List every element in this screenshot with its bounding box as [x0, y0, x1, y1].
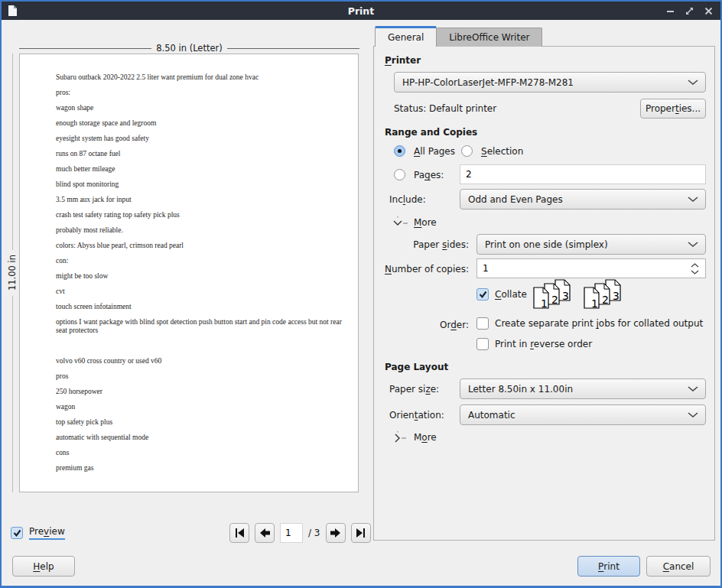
svg-text:3: 3	[613, 290, 620, 302]
previous-page-button[interactable]	[255, 523, 275, 543]
chevron-down-icon	[688, 242, 698, 248]
paper-size-label: Paper size:	[389, 384, 439, 395]
doc-line: pros:	[56, 89, 344, 97]
doc-line: touch screen infotainment	[56, 303, 344, 311]
range-more-expander[interactable]: More	[392, 216, 437, 229]
document-preview-text: Subaru outback 2020-2022 2.5 liter want …	[20, 54, 358, 473]
layout-more-expander[interactable]: More	[394, 431, 437, 443]
copies-spinbox[interactable]	[476, 258, 706, 278]
tab-general[interactable]: General	[375, 26, 437, 47]
orientation-select[interactable]: Automatic	[460, 404, 706, 425]
help-button[interactable]: Help	[12, 556, 75, 577]
doc-line: 250 horsepower	[56, 388, 344, 396]
doc-line: pros	[56, 372, 344, 381]
reverse-order-label[interactable]: Print in reverse order	[495, 339, 592, 349]
separate-print-jobs-label[interactable]: Create separate print jobs for collated …	[495, 318, 703, 329]
doc-line: automatic with sequential mode	[56, 434, 344, 442]
paper-size-select-value: Letter 8.50in x 11.00in	[468, 384, 573, 395]
restore-icon[interactable]	[685, 7, 694, 15]
doc-line: con:	[56, 257, 344, 265]
chevron-down-icon	[688, 197, 698, 203]
collate-checkbox[interactable]	[476, 288, 489, 300]
next-page-button[interactable]	[326, 523, 346, 543]
page-width-dimension: 8.50 in (Letter)	[19, 42, 359, 54]
selection-radio[interactable]	[461, 145, 473, 157]
paper-sides-select-value: Print on one side (simplex)	[485, 239, 608, 250]
printer-section-heading: Printer	[385, 55, 421, 66]
reverse-order-checkbox[interactable]	[476, 338, 489, 350]
doc-line: cons	[56, 449, 344, 457]
include-label: Include:	[389, 194, 426, 205]
preview-checkbox[interactable]	[11, 527, 23, 539]
pages-radio[interactable]	[394, 169, 405, 180]
paper-sides-label: Paper sides:	[374, 239, 469, 250]
svg-text:2: 2	[602, 294, 609, 306]
chevron-down-icon	[688, 386, 698, 392]
range-more-label[interactable]: More	[414, 217, 437, 228]
status-label: Status:	[394, 103, 426, 114]
all-pages-radio[interactable]	[394, 145, 405, 157]
include-select[interactable]: Odd and Even Pages	[460, 189, 706, 210]
order-label: Order:	[374, 320, 469, 330]
status-value: Default printer	[429, 103, 496, 114]
page-number-input[interactable]	[280, 523, 303, 543]
page-height-label: 11.00 in	[7, 250, 18, 295]
collate-icon: 1 2 3	[582, 279, 623, 313]
chevron-down-icon	[688, 412, 698, 418]
properties-button[interactable]: Properties...	[640, 99, 706, 119]
pages-input[interactable]	[460, 164, 706, 184]
selection-label[interactable]: Selection	[481, 146, 523, 157]
print-preview-page: Subaru outback 2020-2022 2.5 liter want …	[19, 54, 359, 492]
doc-line: options I want package with blind spot d…	[56, 318, 344, 335]
cancel-button[interactable]: Cancel	[646, 556, 711, 577]
printer-select[interactable]: HP-HP-ColorLaserJet-MFP-M278-M281	[394, 72, 706, 93]
copies-input[interactable]	[477, 263, 685, 274]
print-dialog-window: Print 8.50 in (Letter) 11.00 in Suba	[0, 0, 722, 588]
window-title: Print	[2, 5, 720, 17]
doc-line: colors: Abyss blue pearl, crimson read p…	[56, 242, 344, 250]
minimize-icon[interactable]	[666, 7, 675, 15]
separate-print-jobs-checkbox[interactable]	[476, 317, 489, 330]
spin-up-icon[interactable]	[691, 263, 699, 268]
orientation-select-value: Automatic	[468, 410, 515, 421]
collate-label[interactable]: Collate	[495, 289, 527, 300]
preview-checkbox-label[interactable]: Preview	[29, 526, 65, 540]
doc-line: 3.5 mm aux jack for input	[56, 196, 344, 204]
titlebar[interactable]: Print	[2, 2, 720, 20]
all-pages-label[interactable]: All Pages	[414, 146, 455, 157]
doc-line: much better mileage	[56, 165, 344, 174]
preview-page-navigation: / 3	[229, 523, 371, 543]
paper-size-select[interactable]: Letter 8.50in x 11.00in	[460, 378, 706, 399]
pages-label[interactable]: Pages:	[414, 170, 444, 180]
orientation-label: Orientation:	[389, 410, 444, 421]
tab-libreoffice-writer[interactable]: LibreOffice Writer	[437, 28, 542, 47]
expander-closed-icon	[394, 431, 411, 443]
doc-line: eyesight system has good safety	[56, 135, 344, 143]
printer-select-value: HP-HP-ColorLaserJet-MFP-M278-M281	[402, 77, 574, 88]
doc-line: crash test safety rating top safety pick…	[56, 211, 344, 219]
paper-sides-select[interactable]: Print on one side (simplex)	[476, 234, 706, 255]
general-tab-panel: Printer HP-HP-ColorLaserJet-MFP-M278-M28…	[373, 46, 715, 541]
include-select-value: Odd and Even Pages	[468, 194, 563, 205]
page-layout-heading: Page Layout	[385, 362, 448, 372]
print-button[interactable]: Print	[577, 556, 640, 577]
range-copies-heading: Range and Copies	[385, 127, 477, 138]
first-page-button[interactable]	[229, 523, 249, 543]
doc-line: enough storage space and legroom	[56, 119, 344, 128]
svg-text:2: 2	[551, 294, 558, 306]
spin-down-icon[interactable]	[691, 270, 699, 275]
expander-open-icon	[392, 216, 411, 229]
doc-line: runs on 87 octane fuel	[56, 150, 344, 158]
collate-icon: 1 2 3	[532, 279, 573, 313]
svg-text:3: 3	[562, 290, 569, 302]
doc-line: cvt	[56, 288, 344, 296]
doc-line: top safety pick plus	[56, 418, 344, 427]
doc-line	[56, 342, 344, 350]
doc-line: volvo v60 cross country or used v60	[56, 357, 344, 365]
layout-more-label[interactable]: More	[414, 432, 437, 443]
dialog-tabs: General LibreOffice Writer	[375, 26, 542, 47]
close-icon[interactable]	[704, 7, 713, 15]
last-page-button[interactable]	[351, 523, 371, 543]
number-of-copies-label: Number of copies:	[374, 264, 469, 275]
doc-line: wagon	[56, 403, 344, 411]
